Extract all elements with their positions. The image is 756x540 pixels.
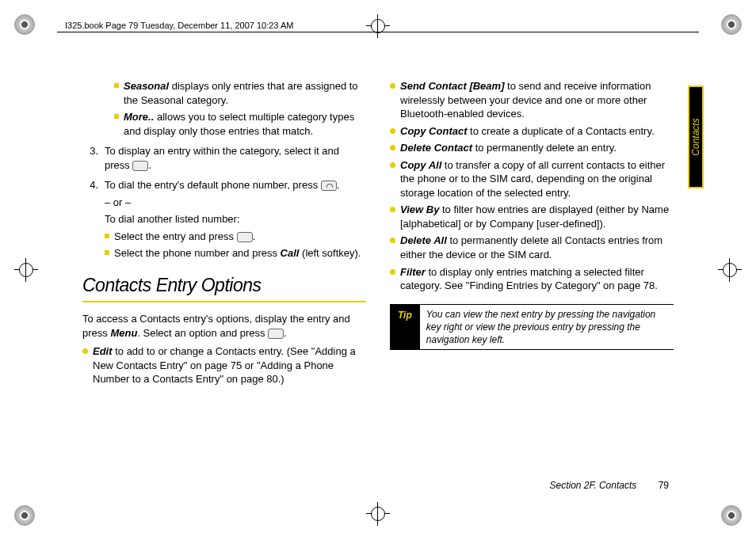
heading-underline (82, 301, 366, 302)
step-number: 3. (82, 144, 98, 172)
paragraph: To access a Contacts entry's options, di… (82, 312, 366, 340)
side-tab-label: Contacts (690, 118, 701, 155)
list-item: Copy Contact to create a duplicate of a … (400, 124, 674, 139)
list-item: Delete All to permanently delete all Con… (400, 234, 674, 261)
list-item: Seasonal displays only entries that are … (124, 79, 366, 107)
side-tab: Contacts (688, 86, 704, 188)
registration-mark-icon (14, 258, 38, 282)
or-divider: – or – (105, 196, 366, 210)
list-item: Copy All to transfer a copy of all curre… (400, 158, 674, 200)
square-bullet-icon (105, 234, 109, 238)
crop-mark-icon (721, 505, 742, 526)
tip-text: You can view the next entry by pressing … (420, 304, 674, 351)
list-item: Select the entry and press . (114, 230, 366, 244)
button-key-icon (237, 232, 253, 242)
round-bullet-icon (390, 269, 395, 275)
registration-mark-icon (366, 502, 390, 526)
registration-mark-icon (718, 258, 742, 282)
square-bullet-icon (114, 83, 119, 88)
page-footer: Section 2F. Contacts 79 (549, 480, 669, 491)
instruction-text: To dial another listed number: (105, 212, 366, 226)
round-bullet-icon (390, 238, 395, 243)
crop-mark-icon (721, 14, 742, 35)
left-column: Seasonal displays only entries that are … (82, 79, 366, 492)
tip-box: Tip You can view the next entry by press… (390, 304, 674, 351)
list-item: More.. allows you to select multiple cat… (124, 110, 366, 138)
step-number: 4. (82, 178, 98, 192)
list-item: Delete Contact to permanently delete an … (400, 141, 674, 155)
call-key-icon (321, 181, 337, 191)
section-heading: Contacts Entry Options (82, 273, 366, 298)
round-bullet-icon (390, 162, 395, 168)
round-bullet-icon (390, 128, 395, 134)
round-bullet-icon (390, 207, 395, 212)
header-running-text: I325.book Page 79 Tuesday, December 11, … (65, 21, 293, 30)
step-text: To display an entry within the category,… (105, 144, 366, 172)
step-text: To dial the entry's default phone number… (105, 178, 366, 192)
list-item: Select the phone number and press Call (… (114, 246, 366, 260)
right-column: Send Contact [Beam] to send and receive … (390, 79, 674, 492)
square-bullet-icon (105, 250, 109, 255)
list-item: Filter to display only entries matching … (400, 265, 674, 293)
page-body: Seasonal displays only entries that are … (82, 79, 674, 492)
footer-page-number: 79 (659, 480, 669, 491)
round-bullet-icon (82, 348, 88, 354)
registration-mark-icon (366, 14, 390, 38)
round-bullet-icon (390, 83, 395, 89)
list-item: Edit to add to or change a Contacts entr… (93, 344, 366, 386)
header-rule (57, 32, 699, 32)
list-item: View By to filter how entries are displa… (400, 203, 674, 230)
square-bullet-icon (114, 114, 119, 119)
footer-section: Section 2F. Contacts (549, 480, 636, 491)
round-bullet-icon (390, 145, 395, 150)
crop-mark-icon (14, 505, 35, 526)
button-key-icon (132, 161, 148, 171)
list-item: Send Contact [Beam] to send and receive … (400, 79, 674, 121)
crop-mark-icon (14, 14, 35, 35)
tip-label: Tip (390, 304, 420, 351)
button-key-icon (268, 329, 284, 339)
